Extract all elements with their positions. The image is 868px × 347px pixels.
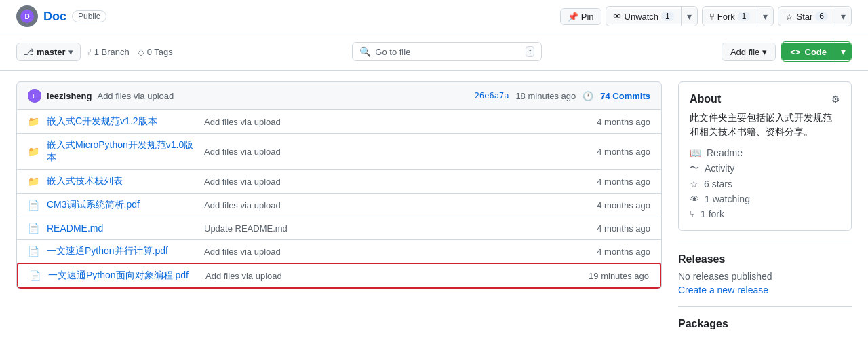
readme-link[interactable]: 📖 Readme [690,147,840,158]
fork-button[interactable]: ⑂ Fork 1 [703,9,757,24]
repo-name[interactable]: Doc [43,10,66,24]
folder-icon: 📁 [28,146,39,157]
svg-text:D: D [24,13,29,20]
commit-time: 18 minutes ago [515,91,576,101]
search-shortcut: t [526,46,534,57]
fork-count-icon: ⑂ [690,208,695,219]
activity-icon: 〜 [690,162,699,175]
fork-count-badge: 1 [738,12,751,21]
file-commit-msg[interactable]: Add files via upload [204,117,589,127]
file-name[interactable]: README.md [47,223,196,234]
file-table: 📁 嵌入式C开发规范v1.2版本 Add files via upload 4 … [16,110,662,289]
file-name[interactable]: 一文速通Python并行计算.pdf [47,245,196,257]
content-area: L leezisheng Add files via upload 26e6a7… [16,81,662,330]
commit-bar: L leezisheng Add files via upload 26e6a7… [16,81,662,110]
commit-avatar: L [28,89,41,103]
add-file-button-group[interactable]: Add file ▾ [722,43,776,61]
svg-text:L: L [33,93,36,100]
code-button-group[interactable]: <> Code ▾ [781,41,852,62]
file-time: 4 months ago [597,147,650,157]
folder-icon: 📁 [28,116,39,127]
stars-link[interactable]: ☆ 6 stars [690,179,840,189]
file-commit-msg[interactable]: Add files via upload [204,147,589,157]
releases-section: Releases No releases published Create a … [678,253,852,295]
file-icon: 📄 [29,270,40,281]
search-icon: 🔍 [359,46,371,57]
file-time: 4 months ago [597,117,650,127]
repo-identity: D Doc Public [16,5,106,27]
tags-count[interactable]: ◇ 0 Tags [138,47,173,57]
create-release-link[interactable]: Create a new release [678,285,768,295]
history-icon: 🕐 [583,91,593,101]
file-time: 4 months ago [597,200,650,211]
unwatch-button[interactable]: 👁 Unwatch 1 [606,9,681,24]
code-icon: <> [790,47,800,57]
file-time: 4 months ago [597,177,650,187]
about-header: About ⚙ [690,93,840,105]
add-file-button[interactable]: Add file ▾ [722,43,775,60]
branch-selector[interactable]: ⎇ master ▾ [16,43,81,61]
branches-count[interactable]: ⑂ 1 Branch [86,47,130,57]
branch-name: master [37,47,66,57]
commit-hash[interactable]: 26e6a7a [475,91,509,101]
star-button-group[interactable]: ☆ Star 6 ▾ [778,6,852,26]
file-name[interactable]: 嵌入式技术栈列表 [47,175,196,187]
pin-button[interactable]: 📌 Pin [561,9,601,24]
file-icon: 📄 [28,223,39,234]
file-icon: 📄 [28,246,39,257]
commit-meta: 26e6a7a 18 minutes ago 🕐 74 Commits [475,91,650,101]
file-commit-msg[interactable]: Add files via upload [205,271,580,281]
file-commit-msg[interactable]: Add files via upload [204,200,589,211]
code-button[interactable]: <> Code [782,43,835,60]
gear-icon[interactable]: ⚙ [831,94,840,105]
table-row-highlighted: 📄 一文速通Python面向对象编程.pdf Add files via upl… [17,263,661,289]
table-row: 📄 README.md Update README.md 4 months ag… [17,217,661,239]
sidebar: About ⚙ 此文件夹主要包括嵌入式开发规范和相关技术书籍、资料分享。 📖 R… [678,81,852,330]
watching-link[interactable]: 👁 1 watching [690,194,840,204]
file-commit-msg[interactable]: Add files via upload [204,177,589,187]
star-arrow[interactable]: ▾ [835,8,851,24]
file-name[interactable]: 嵌入式MicroPython开发规范v1.0版本 [47,139,196,164]
file-commit-msg[interactable]: Add files via upload [204,246,589,257]
main-layout: L leezisheng Add files via upload 26e6a7… [0,71,868,341]
goto-file-search[interactable]: 🔍 Go to file t [352,42,542,61]
file-time: 4 months ago [597,246,650,257]
fork-arrow[interactable]: ▾ [757,8,773,24]
branch-count-icon: ⑂ [86,47,92,57]
forks-link[interactable]: ⑂ 1 fork [690,208,840,219]
avatar: D [16,5,38,27]
file-commit-msg[interactable]: Update README.md [204,223,589,234]
file-name[interactable]: CM3调试系统简析.pdf [47,199,196,211]
tag-icon: ◇ [138,47,144,57]
visibility-badge: Public [72,10,106,22]
fork-icon: ⑂ [709,12,715,22]
table-row: 📄 一文速通Python并行计算.pdf Add files via uploa… [17,239,661,263]
commits-link[interactable]: 74 Commits [600,91,650,101]
add-file-chevron-icon: ▾ [762,47,767,57]
code-arrow[interactable]: ▾ [835,43,851,60]
sidebar-divider [678,242,852,242]
commit-author[interactable]: leezisheng [47,91,92,101]
star-button[interactable]: ☆ Star 6 [778,9,835,24]
fork-button-group[interactable]: ⑂ Fork 1 ▾ [702,6,774,26]
page-header: D Doc Public 📌 Pin 👁 Unwatch 1 ▾ ⑂ Fork … [0,0,868,33]
star-icon: ☆ [785,12,793,22]
pin-icon: 📌 [568,12,578,22]
repo-meta: ⑂ 1 Branch ◇ 0 Tags [86,47,173,57]
unwatch-arrow[interactable]: ▾ [682,8,697,24]
table-row: 📁 嵌入式C开发规范v1.2版本 Add files via upload 4 … [17,110,661,133]
packages-title: Packages [678,318,852,330]
table-row: 📁 嵌入式技术栈列表 Add files via upload 4 months… [17,169,661,193]
file-name[interactable]: 一文速通Python面向对象编程.pdf [48,270,197,282]
about-links: 📖 Readme 〜 Activity ☆ 6 stars 👁 1 watchi… [690,147,840,219]
activity-link[interactable]: 〜 Activity [690,162,840,175]
file-name[interactable]: 嵌入式C开发规范v1.2版本 [47,115,196,128]
folder-icon: 📁 [28,176,39,187]
unwatch-button-group[interactable]: 👁 Unwatch 1 ▾ [606,6,698,26]
star-count-badge: 6 [815,12,828,21]
pin-button-group[interactable]: 📌 Pin [560,8,601,25]
file-icon: 📄 [28,200,39,211]
search-placeholder: Go to file [375,47,410,57]
table-row: 📄 CM3调试系统简析.pdf Add files via upload 4 m… [17,193,661,217]
releases-title: Releases [678,253,852,266]
